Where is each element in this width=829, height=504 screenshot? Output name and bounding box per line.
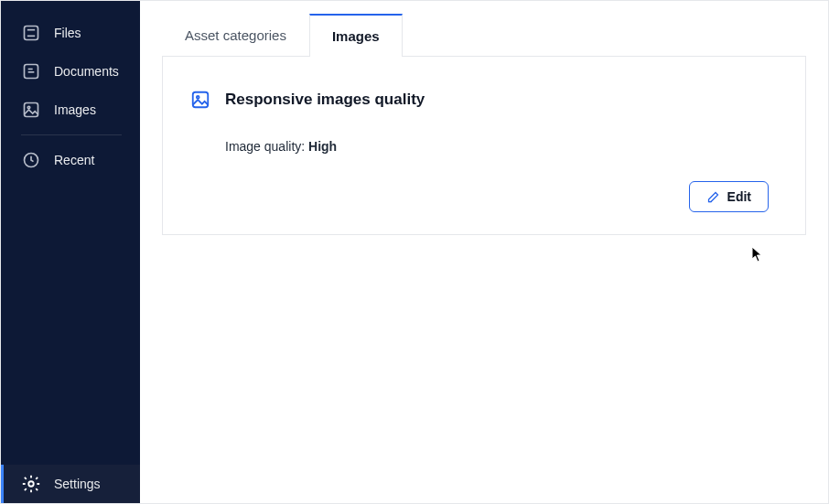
edit-button-label: Edit [727,189,751,204]
svg-point-7 [27,106,30,109]
svg-rect-0 [25,27,38,40]
card-body: Image quality: High [190,139,769,154]
sidebar-divider [21,134,122,135]
card-title: Responsive images quality [225,91,425,109]
edit-button[interactable]: Edit [689,181,769,212]
image-icon [190,90,210,110]
sidebar-item-label: Settings [54,477,101,491]
sidebar-item-documents[interactable]: Documents [1,52,140,91]
svg-rect-10 [193,92,209,108]
tab-asset-categories[interactable]: Asset categories [162,14,309,56]
sidebar-item-label: Files [54,26,81,40]
images-icon [21,100,41,120]
svg-point-11 [197,96,199,99]
image-quality-label: Image quality: [225,139,308,154]
files-icon [21,23,41,43]
clock-icon [21,150,41,170]
card-header: Responsive images quality [190,90,769,110]
sidebar-item-label: Documents [54,64,119,79]
pencil-icon [706,190,720,204]
documents-icon [21,61,41,81]
tabs: Asset categories Images [162,14,806,57]
sidebar-item-recent[interactable]: Recent [1,141,140,179]
tab-label: Images [332,28,380,44]
tab-label: Asset categories [185,27,286,43]
main-content: Asset categories Images Responsive image… [140,1,828,503]
card-actions: Edit [190,181,769,212]
sidebar-item-images[interactable]: Images [1,91,140,129]
image-quality-value: High [308,139,337,154]
sidebar-item-files[interactable]: Files [1,14,140,52]
tab-images[interactable]: Images [309,14,403,57]
sidebar-item-label: Recent [54,153,94,167]
settings-panel: Responsive images quality Image quality:… [162,57,806,235]
gear-icon [21,474,41,494]
sidebar-item-settings[interactable]: Settings [1,465,140,503]
sidebar: Files Documents Images [1,1,140,503]
svg-rect-6 [25,103,38,117]
sidebar-item-label: Images [54,102,96,117]
svg-point-9 [28,481,34,487]
